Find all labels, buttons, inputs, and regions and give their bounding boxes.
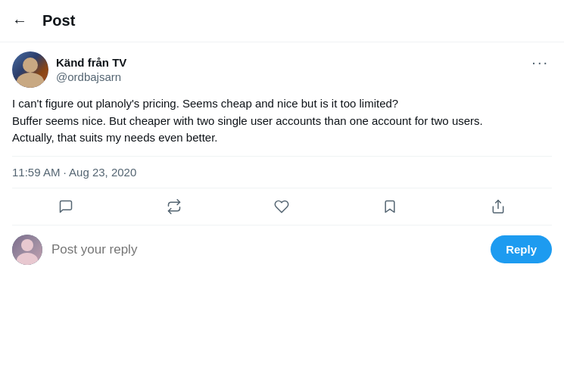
- reply-avatar-image: [12, 235, 42, 265]
- user-names: Känd från TV @ordbajsarn: [56, 55, 126, 85]
- actions-row: [12, 188, 552, 226]
- header: ← Post: [0, 0, 564, 42]
- like-action-button[interactable]: [262, 191, 301, 222]
- display-name: Känd från TV: [56, 55, 126, 70]
- avatar: [12, 51, 48, 88]
- reply-area: Reply: [0, 226, 564, 274]
- reply-button[interactable]: Reply: [491, 235, 552, 263]
- back-button[interactable]: ←: [12, 9, 33, 33]
- avatar-image: [12, 51, 48, 88]
- share-action-button[interactable]: [478, 191, 518, 222]
- post-text: I can't figure out planoly's pricing. Se…: [12, 94, 552, 147]
- share-icon: [491, 199, 506, 214]
- reply-action-button[interactable]: [46, 191, 86, 222]
- retweet-action-button[interactable]: [154, 191, 194, 222]
- user-row: Känd från TV @ordbajsarn ···: [12, 51, 552, 88]
- reply-input-wrapper: [51, 242, 481, 257]
- reply-input[interactable]: [51, 242, 481, 257]
- comment-icon: [58, 199, 73, 214]
- retweet-icon: [167, 199, 182, 214]
- more-options-button[interactable]: ···: [528, 51, 552, 73]
- heart-icon: [274, 199, 289, 214]
- user-info: Känd från TV @ordbajsarn: [12, 51, 126, 88]
- bookmark-icon: [382, 199, 397, 214]
- timestamp: 11:59 AM · Aug 23, 2020: [12, 156, 552, 188]
- post-container: Känd från TV @ordbajsarn ··· I can't fig…: [0, 42, 564, 226]
- username: @ordbajsarn: [56, 70, 126, 85]
- page-title: Post: [42, 12, 75, 30]
- bookmark-action-button[interactable]: [370, 191, 410, 222]
- reply-avatar: [12, 235, 42, 265]
